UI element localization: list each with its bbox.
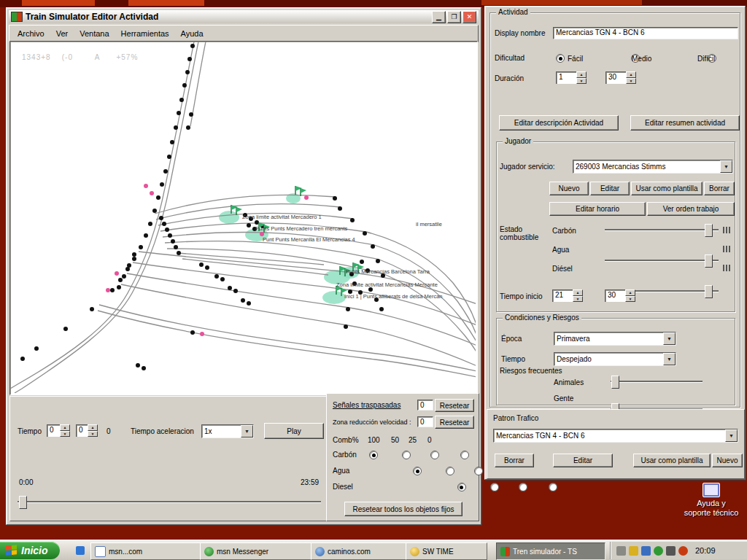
diesel-0-radio[interactable] [549, 483, 557, 491]
track-node[interactable] [247, 301, 251, 306]
junction-node[interactable] [106, 288, 110, 292]
track-node[interactable] [139, 245, 143, 249]
traffic-delete-button[interactable]: Borrar [495, 454, 534, 467]
track-node[interactable] [162, 222, 166, 226]
tray-shield-icon[interactable] [629, 546, 638, 556]
track-node[interactable] [186, 125, 190, 130]
track-node[interactable] [163, 169, 168, 174]
menu-archivo[interactable]: Archivo [12, 28, 50, 39]
track-node[interactable] [185, 70, 190, 74]
timeline-slider-thumb[interactable] [19, 496, 27, 509]
track-node[interactable] [214, 274, 219, 279]
traffic-use-template-button[interactable]: Usar como plantilla [633, 454, 711, 467]
track-node[interactable] [333, 196, 337, 201]
track-node[interactable] [346, 307, 350, 311]
track-node[interactable] [168, 233, 172, 238]
track-node[interactable] [118, 278, 123, 282]
reset-all-fixed-objects-button[interactable]: Resetear todos los objetos fijos [344, 502, 462, 516]
maximize-button[interactable]: ❐ [447, 11, 461, 23]
taskbar-button-2[interactable]: msn Messenger [200, 542, 314, 560]
track-node[interactable] [142, 366, 146, 370]
quicklaunch-icon[interactable] [76, 546, 85, 555]
edit-schedule-button[interactable]: Editar horario [549, 202, 646, 216]
traffic-new-button[interactable]: Nuevo [712, 454, 743, 467]
tray-update-icon[interactable] [678, 546, 688, 556]
player-service-combobox[interactable]: 269003 Mercancias Stimms▼ [573, 160, 733, 174]
track-node[interactable] [174, 125, 178, 130]
coal-25-radio[interactable] [430, 451, 439, 459]
edit-description-button[interactable]: Editar descripción Actividad [499, 115, 619, 131]
menu-herramientas[interactable]: Herramientas [116, 28, 174, 39]
tray-volume-icon[interactable] [616, 546, 626, 556]
track-node[interactable] [205, 265, 209, 270]
track-node[interactable] [199, 262, 204, 267]
track-node[interactable] [247, 223, 251, 228]
track-node[interactable] [233, 289, 238, 293]
water-25-radio[interactable] [474, 467, 483, 475]
service-new-button[interactable]: Nuevo [549, 182, 589, 195]
track-node[interactable] [90, 307, 94, 311]
duration-minutes-spinner[interactable]: 30▲▼ [605, 71, 636, 84]
duration-hours-spinner[interactable]: 1▲▼ [556, 71, 587, 84]
track-node[interactable] [167, 155, 171, 159]
taskbar-button-4[interactable]: SW TIME [406, 542, 487, 560]
track-node[interactable] [159, 216, 163, 220]
service-use-template-button[interactable]: Usar como plantilla [631, 182, 703, 195]
track-node[interactable] [255, 220, 259, 225]
track-node[interactable] [63, 327, 68, 331]
junction-node[interactable] [304, 195, 309, 200]
taskbar-button-1[interactable]: msn...com [90, 542, 203, 560]
chevron-down-icon[interactable]: ▼ [663, 353, 676, 365]
close-button[interactable]: ✕ [462, 11, 476, 23]
track-node[interactable] [363, 231, 367, 236]
track-node[interactable] [132, 252, 136, 257]
track-node[interactable] [241, 298, 245, 303]
chevron-down-icon[interactable]: ▼ [725, 429, 738, 442]
junction-node[interactable] [150, 191, 154, 195]
time-hours-spinner[interactable]: 0▲▼ [47, 424, 70, 437]
animals-slider[interactable] [611, 376, 703, 387]
track-node[interactable] [182, 83, 187, 88]
junction-node[interactable] [200, 332, 204, 336]
junction-node[interactable] [115, 271, 119, 276]
track-node[interactable] [136, 363, 140, 368]
diesel-25-radio[interactable] [519, 483, 527, 491]
play-button[interactable]: Play [264, 423, 324, 439]
track-node[interactable] [160, 182, 164, 187]
taskbar-button-3[interactable]: caminos.com [311, 542, 409, 560]
track-node[interactable] [117, 285, 121, 289]
weather-combobox[interactable]: Despejado▼ [554, 352, 676, 366]
diesel-100-radio[interactable] [457, 483, 466, 491]
track-node[interactable] [165, 228, 169, 232]
track-node[interactable] [127, 263, 131, 268]
track-node[interactable] [110, 288, 115, 292]
track-node[interactable] [344, 324, 348, 329]
track-node[interactable] [34, 346, 39, 351]
edit-summary-button[interactable]: Editar resumen actividad [630, 115, 740, 131]
menu-ayuda[interactable]: Ayuda [176, 28, 209, 39]
start-minutes-spinner[interactable]: 30▲▼ [605, 289, 635, 302]
season-combobox[interactable]: Primavera▼ [554, 332, 676, 346]
menu-ventana[interactable]: Ventana [74, 28, 114, 39]
track-node[interactable] [171, 239, 175, 244]
route-map-view[interactable]: Zona límite activitat Mercadero 1Punts P… [9, 41, 478, 395]
track-node[interactable] [228, 286, 232, 290]
speed-reset-button[interactable]: Resetear [435, 416, 474, 429]
menu-ver[interactable]: Ver [51, 28, 74, 39]
track-node[interactable] [189, 112, 193, 117]
traffic-pattern-combobox[interactable]: Mercancias TGN 4 - BCN 6▼ [493, 429, 738, 443]
track-node[interactable] [177, 111, 181, 115]
diesel-50-radio[interactable] [490, 483, 499, 491]
start-button[interactable]: Inicio [0, 542, 60, 559]
track-node[interactable] [170, 140, 174, 144]
track-node[interactable] [179, 98, 184, 102]
track-node[interactable] [148, 222, 152, 226]
traffic-edit-button[interactable]: Editar [553, 454, 613, 467]
track-node[interactable] [177, 251, 181, 255]
track-node[interactable] [338, 206, 342, 211]
track-node[interactable] [20, 357, 25, 361]
water-50-radio[interactable] [446, 467, 454, 475]
coal-slider[interactable] [605, 224, 719, 236]
track-node[interactable] [122, 274, 126, 279]
water-slider[interactable] [605, 254, 719, 266]
